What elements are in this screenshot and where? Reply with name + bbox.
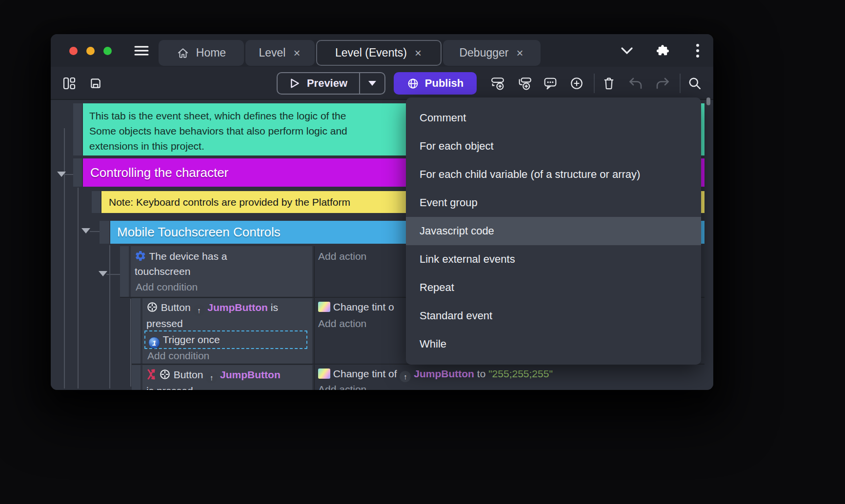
- app-window: Home Level × Level (Events) × Debugger ×: [51, 34, 713, 390]
- tab-debugger[interactable]: Debugger ×: [443, 40, 541, 66]
- search-button[interactable]: [684, 73, 705, 94]
- jumpbutton-object-icon: ↑: [400, 371, 411, 382]
- add-action-link[interactable]: Add action: [318, 249, 366, 264]
- close-tab-icon[interactable]: ×: [414, 47, 422, 59]
- preview-button[interactable]: Preview: [278, 73, 359, 94]
- tree-line: [109, 245, 110, 388]
- tab-level[interactable]: Level ×: [245, 40, 315, 66]
- event-margin[interactable]: [120, 246, 129, 297]
- menu-item-repeat[interactable]: Repeat: [406, 273, 701, 302]
- comment-bubble-icon: [543, 77, 557, 90]
- close-tab-icon[interactable]: ×: [516, 47, 524, 59]
- plus-circle-icon: [570, 77, 583, 90]
- event-margin[interactable]: [132, 365, 141, 390]
- collapse-subgroup-icon[interactable]: [81, 228, 90, 233]
- action-connector: to: [477, 368, 486, 379]
- trash-icon: [603, 77, 615, 90]
- home-icon: [177, 47, 189, 59]
- close-window-button[interactable]: [69, 47, 78, 55]
- minimize-window-button[interactable]: [86, 47, 95, 55]
- jumpbutton-object-icon: ↑: [206, 372, 217, 383]
- menu-item-comment[interactable]: Comment: [406, 104, 701, 132]
- save-button[interactable]: [85, 73, 106, 94]
- tab-list-dropdown-button[interactable]: [617, 41, 637, 60]
- puzzle-piece-icon: [656, 44, 669, 58]
- menu-item-standard-event[interactable]: Standard event: [406, 302, 701, 330]
- menu-item-event-group[interactable]: Event group: [406, 189, 701, 217]
- condition-action-divider: [314, 246, 315, 390]
- tree-line: [106, 274, 120, 275]
- collapse-group-icon[interactable]: [57, 172, 66, 177]
- caret-down-icon: [368, 81, 376, 86]
- publish-button[interactable]: Publish: [394, 72, 477, 95]
- desktop-background: Home Level × Level (Events) × Debugger ×: [0, 0, 845, 504]
- kebab-menu-icon: [696, 43, 700, 58]
- vertical-scrollbar-thumb[interactable]: [706, 97, 710, 105]
- tint-color-icon: [318, 368, 330, 379]
- window-menu-button[interactable]: [688, 41, 707, 60]
- tab-label: Level (Events): [335, 46, 407, 59]
- gamepad-icon: [146, 301, 158, 313]
- action-text[interactable]: Change tint o: [333, 301, 394, 312]
- redo-button[interactable]: [652, 73, 673, 94]
- selected-condition[interactable]: 1 Trigger once: [144, 330, 307, 349]
- tree-line: [78, 188, 79, 388]
- event-condition-cell[interactable]: Button ↑ JumpButton is pressed: [142, 365, 312, 390]
- tab-level-events[interactable]: Level (Events) ×: [316, 40, 442, 66]
- note-margin[interactable]: [92, 191, 101, 213]
- menu-item-for-each-child-variable-of-a-structure-or-array[interactable]: For each child variable (of a structure …: [406, 160, 701, 189]
- add-subevent-button[interactable]: [514, 73, 536, 94]
- menu-item-for-each-object[interactable]: For each object: [406, 132, 701, 160]
- subgroup-margin[interactable]: [100, 221, 109, 244]
- group-margin[interactable]: [73, 158, 82, 187]
- condition-text: The device has a touchscreen: [135, 251, 227, 277]
- add-action-link[interactable]: Add action: [318, 382, 366, 390]
- event-margin[interactable]: [132, 298, 141, 364]
- condition-object-name: JumpButton: [207, 302, 268, 313]
- search-icon: [688, 77, 702, 90]
- titlebar: Home Level × Level (Events) × Debugger ×: [51, 34, 713, 67]
- comment-margin[interactable]: [73, 103, 82, 155]
- add-event-button[interactable]: [487, 73, 508, 94]
- tab-home[interactable]: Home: [159, 40, 244, 66]
- note-text: Note: Keyboard controls are provided by …: [109, 196, 350, 208]
- hamburger-icon: [134, 45, 149, 56]
- add-action-link[interactable]: Add action: [318, 316, 366, 331]
- toolbar-separator: [594, 74, 595, 93]
- subgroup-title: Mobile Touchscreen Controls: [117, 225, 281, 239]
- add-condition-link[interactable]: Add condition: [136, 279, 198, 294]
- system-gear-icon: [135, 250, 146, 262]
- tint-color-icon: [318, 302, 330, 312]
- add-subevent-icon: [518, 77, 532, 90]
- jumpbutton-object-icon: ↑: [193, 305, 204, 316]
- event-condition-cell[interactable]: The device has a touchscreen Add conditi…: [131, 246, 312, 297]
- tab-label: Level: [259, 46, 286, 59]
- undo-button[interactable]: [625, 73, 646, 94]
- action-prefix[interactable]: Change tint of: [333, 368, 397, 379]
- collapse-event-icon[interactable]: [99, 271, 107, 276]
- chevron-down-icon: [621, 47, 633, 55]
- layout-panels-icon: [63, 77, 76, 90]
- zoom-window-button[interactable]: [103, 47, 112, 55]
- preview-label: Preview: [307, 77, 347, 90]
- gamepad-icon: [159, 368, 171, 380]
- addons-button[interactable]: [653, 41, 672, 60]
- layout-panels-button[interactable]: [59, 73, 80, 94]
- menu-item-while[interactable]: While: [406, 330, 701, 358]
- add-comment-button[interactable]: [540, 73, 561, 94]
- trigger-once-icon: 1: [148, 337, 160, 349]
- menu-item-javascript-code[interactable]: Javascript code: [406, 217, 701, 245]
- main-menu-button[interactable]: [132, 41, 151, 60]
- menu-item-link-external-events[interactable]: Link external events: [406, 245, 701, 273]
- event-condition-cell[interactable]: Button ↑ JumpButton is pressed 1 Trigger…: [142, 298, 312, 364]
- preview-options-button[interactable]: [359, 73, 384, 94]
- context-menu: CommentFor each objectFor each child var…: [406, 97, 701, 365]
- add-object-button[interactable]: [566, 73, 587, 94]
- condition-object-name: JumpButton: [220, 369, 281, 380]
- tab-label: Debugger: [459, 46, 508, 59]
- condition-suffix: is pressed: [146, 385, 193, 390]
- add-condition-link[interactable]: Add condition: [147, 348, 209, 363]
- inverted-condition-icon: [146, 368, 156, 380]
- delete-button[interactable]: [598, 73, 620, 94]
- close-tab-icon[interactable]: ×: [292, 47, 301, 59]
